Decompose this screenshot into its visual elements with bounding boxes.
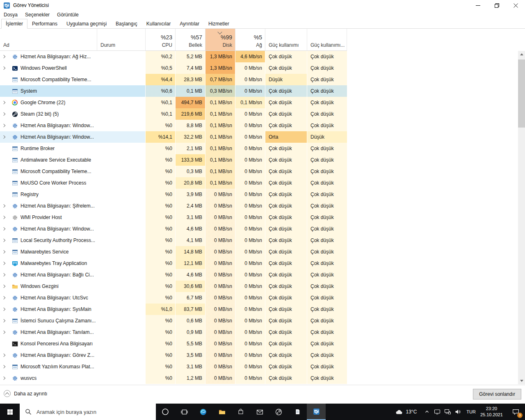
scrollbar-thumb[interactable] — [518, 59, 525, 128]
process-row[interactable]: Malwarebytes Tray Application%012,1 MB0 … — [0, 258, 347, 269]
process-row[interactable]: Google Chrome (22)%0,1494,7 MB0,1 MB/sn0… — [0, 97, 347, 108]
taskbar-notepad-button[interactable] — [288, 404, 307, 420]
action-center-button[interactable]: 3 — [507, 404, 524, 420]
column-header-power-trend[interactable]: Güç kullanımı... — [307, 29, 347, 50]
search-input[interactable] — [36, 409, 140, 415]
expand-chevron-icon[interactable] — [2, 377, 10, 379]
taskbar-clock[interactable]: 23:20 25.10.2021 — [480, 406, 503, 418]
expand-chevron-icon[interactable] — [2, 113, 10, 115]
expand-chevron-icon[interactable] — [2, 320, 10, 322]
tab-i-lemler[interactable]: İşlemler — [1, 19, 27, 29]
process-row[interactable]: Antimalware Service Executable%0133,3 MB… — [0, 154, 347, 166]
end-task-button[interactable]: Görevi sonlandır — [473, 389, 521, 399]
less-detail-toggle[interactable]: Daha az ayrıntı — [4, 390, 47, 397]
weather-widget[interactable]: 13°C — [395, 409, 417, 415]
process-row[interactable]: Hizmet Ana Bilgisayarı: Ağ Hiz...%0,25,2… — [0, 51, 347, 62]
taskbar-mail-button[interactable] — [250, 404, 269, 420]
process-row[interactable]: Konsol Penceresi Ana Bilgisayarı%05,5 MB… — [0, 338, 347, 349]
process-row[interactable]: Hizmet Ana Bilgisayarı: Window...%04,6 M… — [0, 223, 347, 235]
tray-chevron-up-button[interactable] — [422, 404, 432, 420]
tab-kullan-c-lar[interactable]: Kullanıcılar — [142, 19, 175, 29]
process-row[interactable]: Local Security Authority Process...%04,1… — [0, 235, 347, 246]
taskbar-file-explorer-button[interactable] — [212, 404, 231, 420]
process-row[interactable]: wusvcs%01,2 MB0 MB/sn0 Mb/snÇok düşükÇok… — [0, 372, 347, 384]
taskbar-cortana-button[interactable] — [156, 404, 175, 420]
process-row[interactable]: Hizmet Ana Bilgisayarı: Tanılam...%00,9 … — [0, 326, 347, 338]
close-button[interactable] — [506, 0, 525, 11]
scroll-up-button[interactable] — [518, 51, 525, 58]
tab-hizmetler[interactable]: Hizmetler — [204, 19, 234, 29]
column-header-memory[interactable]: %57 Bellek — [175, 29, 205, 50]
menu-se-enekler[interactable]: Seçenekler — [21, 11, 53, 18]
process-name: WMI Provider Host — [21, 215, 62, 220]
tray-network-button[interactable] — [442, 404, 452, 420]
expand-chevron-icon[interactable] — [2, 205, 10, 207]
process-row[interactable]: Hizmet Ana Bilgisayarı: Görev Z...%03,5 … — [0, 349, 347, 361]
expand-chevron-icon[interactable] — [2, 67, 10, 69]
process-row[interactable]: Hizmet Ana Bilgisayarı: SysMain%1,083,7 … — [0, 304, 347, 315]
window-title: Görev Yöneticisi — [13, 2, 49, 8]
process-row[interactable]: Malwarebytes Service%014,8 MB0 MB/sn0 Mb… — [0, 246, 347, 258]
expand-chevron-icon[interactable] — [2, 365, 10, 368]
vertical-scrollbar[interactable] — [518, 51, 525, 384]
expand-chevron-icon[interactable] — [2, 216, 10, 219]
menu-dosya[interactable]: Dosya — [0, 11, 21, 18]
tray-volume-button[interactable] — [452, 404, 463, 420]
tab-uygulama-ge-mi-i[interactable]: Uygulama geçmişi — [62, 19, 111, 29]
expand-chevron-icon[interactable] — [2, 228, 10, 230]
column-header-disk[interactable]: %99 Disk — [205, 29, 235, 50]
process-row[interactable]: Microsoft Compatibility Teleme...%00,3 M… — [0, 166, 347, 177]
process-row[interactable]: Hizmet Ana Bilgisayarı: Window...%14,132… — [0, 131, 347, 143]
taskbar-task-view-button[interactable] — [175, 404, 194, 420]
process-row[interactable]: Hizmet Ana Bilgisayarı: UtcSvc%06,7 MB0 … — [0, 292, 347, 304]
restore-button[interactable] — [487, 0, 506, 11]
column-header-network[interactable]: %5 Ağ — [235, 29, 265, 50]
expand-chevron-icon[interactable] — [2, 136, 10, 138]
process-row[interactable]: Steam (32 bit) (5)%0,1219,6 MB0,1 MB/sn0… — [0, 108, 347, 120]
expand-chevron-icon[interactable] — [2, 239, 10, 242]
column-header-cpu[interactable]: %23 CPU — [145, 29, 175, 50]
process-row[interactable]: System%0,60,1 MB0,3 MB/sn0 Mb/snÇok düşü… — [0, 85, 347, 97]
process-row[interactable]: Hizmet Ana Bilgisayarı: Şifrelem...%02,4… — [0, 200, 347, 212]
minimize-button[interactable] — [468, 0, 487, 11]
menu-g-r-nt-le[interactable]: Görüntüle — [53, 11, 82, 18]
tab-performans[interactable]: Performans — [27, 19, 62, 29]
expand-chevron-icon[interactable] — [2, 124, 10, 127]
tab-ayr-nt-lar[interactable]: Ayrıntılar — [175, 19, 204, 29]
expand-chevron-icon[interactable] — [2, 331, 10, 333]
expand-chevron-icon[interactable] — [2, 55, 10, 58]
language-indicator[interactable]: TUR — [466, 409, 476, 414]
taskbar-task-manager-button[interactable] — [307, 404, 326, 420]
process-row[interactable]: MoUSO Core Worker Process%020,8 MB0,1 MB… — [0, 177, 347, 189]
process-row[interactable]: Hizmet Ana Bilgisayarı: Window...%08,8 M… — [0, 120, 347, 131]
process-row[interactable]: Microsoft Compatibility Teleme...%4,428,… — [0, 74, 347, 85]
taskbar-edge-button[interactable] — [194, 404, 212, 420]
expand-chevron-icon[interactable] — [2, 251, 10, 253]
process-row[interactable]: Windows PowerShell%0,57,4 MB1,3 MB/sn0 M… — [0, 62, 347, 74]
process-row[interactable]: WMI Provider Host%03,1 MB0 MB/sn0 Mb/snÇ… — [0, 212, 347, 223]
process-row[interactable]: Registry%03,9 MB0 MB/sn0 Mb/snÇok düşükÇ… — [0, 189, 347, 200]
column-header-power[interactable]: Güç kullanımı — [265, 29, 307, 50]
expand-chevron-icon[interactable] — [2, 354, 10, 356]
taskbar-store-button[interactable] — [231, 404, 250, 420]
expand-chevron-icon[interactable] — [2, 308, 10, 310]
process-row[interactable]: Hizmet Ana Bilgisayarı: Bağlı Ci...%04,6… — [0, 269, 347, 281]
process-row[interactable]: Runtime Broker%02,1 MB0,1 MB/sn0 Mb/snÇo… — [0, 143, 347, 154]
process-row[interactable]: Windows Gezgini%030,6 MB0 MB/sn0 Mb/snÇo… — [0, 281, 347, 292]
tab-ba-lang[interactable]: Başlangıç — [111, 19, 142, 29]
expand-chevron-icon[interactable] — [2, 297, 10, 299]
taskbar-steam-button[interactable] — [269, 404, 288, 420]
taskbar-search-box[interactable] — [20, 404, 156, 420]
column-header-status[interactable]: Durum — [97, 29, 145, 50]
process-row[interactable]: İstemci Sunucu Çalışma Zamanı...%00,6 MB… — [0, 315, 347, 326]
tray-monitor-button[interactable] — [432, 404, 442, 420]
expand-chevron-icon[interactable] — [2, 101, 10, 104]
expand-chevron-icon[interactable] — [2, 262, 10, 265]
process-row[interactable]: Microsoft Yazılım Koruması Plat...%03,1 … — [0, 361, 347, 372]
window-icon — [11, 88, 18, 94]
expand-chevron-icon[interactable] — [2, 274, 10, 276]
start-button[interactable] — [0, 404, 20, 420]
column-header-name[interactable]: Ad — [0, 29, 97, 50]
expand-chevron-icon[interactable] — [2, 285, 10, 288]
scroll-down-button[interactable] — [518, 377, 525, 384]
